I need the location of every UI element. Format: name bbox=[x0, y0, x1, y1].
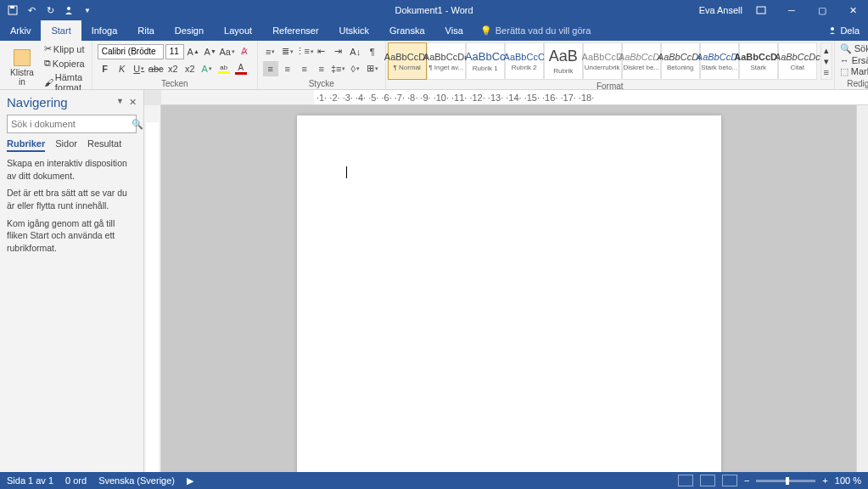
tab-granska[interactable]: Granska bbox=[379, 20, 435, 41]
status-words[interactable]: 0 ord bbox=[65, 475, 87, 486]
nav-close-icon[interactable]: ✕ bbox=[129, 97, 137, 108]
style-no-spacing[interactable]: AaBbCcDc¶ Inget av... bbox=[427, 42, 466, 80]
styles-more-icon[interactable]: ▴▾≡ bbox=[820, 42, 832, 80]
zoom-level[interactable]: 100 % bbox=[835, 475, 861, 486]
sort-icon[interactable]: A↓ bbox=[348, 44, 363, 59]
replace-label: Ersätt bbox=[852, 55, 868, 65]
nav-dropdown-icon[interactable]: ▼ bbox=[116, 97, 124, 108]
titlebar: ↶ ↻ ▼ Dokument1 - Word Eva Ansell ─ ▢ ✕ bbox=[0, 0, 868, 20]
search-input[interactable] bbox=[8, 119, 132, 129]
style-normal[interactable]: AaBbCcDc¶ Normal bbox=[388, 42, 427, 80]
redo-icon[interactable]: ↻ bbox=[42, 3, 58, 18]
zoom-in-icon[interactable]: + bbox=[822, 475, 827, 486]
vertical-scrollbar[interactable] bbox=[856, 105, 868, 472]
status-page[interactable]: Sida 1 av 1 bbox=[7, 475, 53, 486]
borders-icon[interactable]: ⊞▾ bbox=[365, 61, 380, 76]
tab-referenser[interactable]: Referenser bbox=[262, 20, 328, 41]
underline-button[interactable]: U▾ bbox=[132, 61, 147, 76]
style-quote[interactable]: AaBbCcDcCitat bbox=[778, 42, 817, 80]
cut-label: Klipp ut bbox=[53, 44, 85, 54]
customize-qat-icon[interactable]: ▼ bbox=[80, 3, 95, 18]
bold-button[interactable]: F bbox=[98, 61, 113, 76]
style-subtitle[interactable]: AaBbCcDUnderrubrik bbox=[583, 42, 622, 80]
share-button[interactable]: Dela bbox=[820, 20, 868, 41]
align-right-icon[interactable]: ≡ bbox=[297, 61, 312, 76]
multilevel-list-icon[interactable]: ⋮≡▾ bbox=[297, 44, 312, 59]
clear-formatting-icon[interactable]: A̷ bbox=[237, 44, 252, 59]
status-language[interactable]: Svenska (Sverige) bbox=[98, 475, 175, 486]
page[interactable] bbox=[297, 115, 721, 472]
maximize-icon[interactable]: ▢ bbox=[810, 0, 834, 20]
italic-button[interactable]: K bbox=[115, 61, 130, 76]
find-button[interactable]: 🔍Sök▾ bbox=[840, 43, 868, 54]
tab-infoga[interactable]: Infoga bbox=[81, 20, 128, 41]
navigation-search[interactable]: 🔍 ▾ bbox=[7, 115, 137, 133]
tab-layout[interactable]: Layout bbox=[214, 20, 262, 41]
vertical-ruler[interactable] bbox=[144, 105, 161, 472]
status-macro-icon[interactable]: ▶ bbox=[187, 475, 193, 486]
decrease-indent-icon[interactable]: ⇤ bbox=[314, 44, 329, 59]
nav-tab-results[interactable]: Resultat bbox=[87, 138, 121, 152]
document-title: Dokument1 - Word bbox=[395, 5, 473, 15]
bullets-icon[interactable]: ≡▾ bbox=[263, 44, 278, 59]
close-icon[interactable]: ✕ bbox=[841, 0, 865, 20]
style-emphasis[interactable]: AaBbCcDcBetoning bbox=[661, 42, 700, 80]
view-print-icon[interactable] bbox=[700, 475, 715, 486]
numbering-icon[interactable]: ≣▾ bbox=[280, 44, 295, 59]
minimize-icon[interactable]: ─ bbox=[780, 0, 804, 20]
undo-icon[interactable]: ↶ bbox=[24, 3, 39, 18]
style-heading2[interactable]: AaBbCcCRubrik 2 bbox=[505, 42, 544, 80]
style-title[interactable]: AaBRubrik bbox=[544, 42, 583, 80]
style-strong[interactable]: AaBbCcDcStark bbox=[739, 42, 778, 80]
increase-indent-icon[interactable]: ⇥ bbox=[331, 44, 346, 59]
nav-tab-headings[interactable]: Rubriker bbox=[7, 138, 45, 152]
style-subtle-emphasis[interactable]: AaBbCcDcDiskret be... bbox=[622, 42, 661, 80]
align-center-icon[interactable]: ≡ bbox=[280, 61, 295, 76]
text-effects-icon[interactable]: A▾ bbox=[199, 61, 215, 76]
horizontal-ruler[interactable]: ·1· ·2· ·3· ·4· ·5· ·6· ·7· ·8· ·9· ·10·… bbox=[161, 90, 868, 105]
strikethrough-button[interactable]: abc bbox=[148, 61, 164, 76]
search-icon[interactable]: 🔍 bbox=[132, 119, 143, 130]
ribbon-display-icon[interactable] bbox=[749, 0, 773, 20]
align-left-icon[interactable]: ≡ bbox=[263, 61, 278, 76]
document-canvas[interactable] bbox=[161, 105, 856, 472]
shading-icon[interactable]: ◊▾ bbox=[348, 61, 363, 76]
justify-icon[interactable]: ≡ bbox=[314, 61, 329, 76]
tab-utskick[interactable]: Utskick bbox=[329, 20, 379, 41]
text-cursor bbox=[346, 166, 347, 178]
replace-button[interactable]: ↔Ersätt bbox=[840, 55, 868, 65]
tab-visa[interactable]: Visa bbox=[435, 20, 473, 41]
tell-me-search[interactable]: 💡 Berätta vad du vill göra bbox=[473, 20, 591, 41]
tab-arkiv[interactable]: Arkiv bbox=[0, 20, 41, 41]
tab-start[interactable]: Start bbox=[41, 20, 81, 41]
copy-button[interactable]: ⧉Kopiera bbox=[42, 57, 87, 70]
save-icon[interactable] bbox=[5, 3, 20, 18]
zoom-slider[interactable] bbox=[756, 480, 815, 482]
select-button[interactable]: ⬚Markera▾ bbox=[840, 66, 868, 77]
font-size-select[interactable]: 11 bbox=[165, 44, 184, 59]
paste-button[interactable]: Klistra in bbox=[5, 48, 39, 88]
change-case-icon[interactable]: Aa▾ bbox=[220, 44, 235, 59]
subscript-button[interactable]: x2 bbox=[165, 61, 181, 76]
view-read-icon[interactable] bbox=[678, 475, 693, 486]
line-spacing-icon[interactable]: ‡≡▾ bbox=[331, 61, 346, 76]
increase-font-icon[interactable]: A▲ bbox=[186, 44, 201, 59]
quick-access-user-icon[interactable] bbox=[61, 3, 76, 18]
nav-tab-pages[interactable]: Sidor bbox=[55, 138, 77, 152]
cut-button[interactable]: ✂Klipp ut bbox=[42, 42, 87, 55]
view-web-icon[interactable] bbox=[722, 475, 737, 486]
style-intense-emphasis[interactable]: AaBbCcDcStark beto... bbox=[700, 42, 739, 80]
zoom-out-icon[interactable]: − bbox=[744, 475, 749, 486]
style-heading1[interactable]: AaBbCcRubrik 1 bbox=[466, 42, 505, 80]
user-name[interactable]: Eva Ansell bbox=[699, 5, 742, 15]
font-family-select[interactable]: Calibri (Brödte bbox=[98, 44, 164, 59]
style-gallery[interactable]: AaBbCcDc¶ Normal AaBbCcDc¶ Inget av... A… bbox=[388, 42, 817, 80]
tab-rita[interactable]: Rita bbox=[127, 20, 165, 41]
tab-design[interactable]: Design bbox=[165, 20, 214, 41]
highlight-button[interactable]: ab bbox=[216, 61, 232, 76]
superscript-button[interactable]: x2 bbox=[182, 61, 198, 76]
show-marks-icon[interactable]: ¶ bbox=[365, 44, 380, 59]
brush-icon: 🖌 bbox=[44, 77, 53, 87]
font-color-button[interactable]: A bbox=[233, 61, 249, 76]
decrease-font-icon[interactable]: A▼ bbox=[203, 44, 218, 59]
